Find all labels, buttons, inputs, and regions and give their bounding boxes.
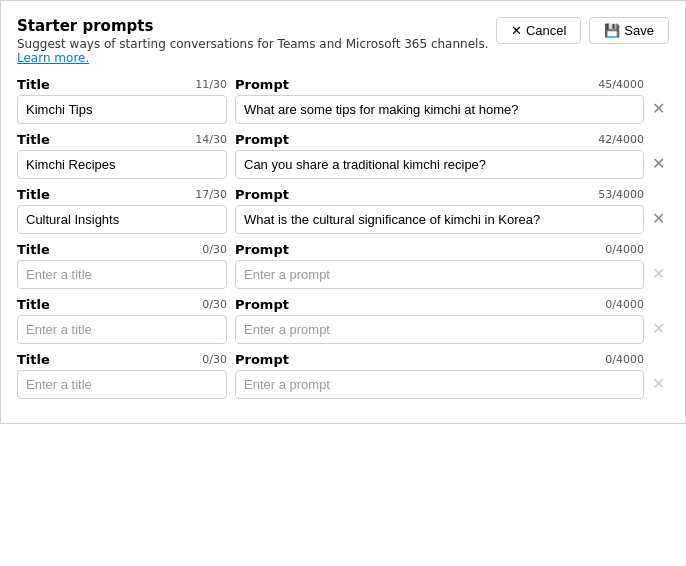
title-input-3[interactable]: [17, 205, 227, 234]
title-field-2: Title 14/30: [17, 132, 227, 179]
title-char-count-5: 0/30: [202, 298, 227, 311]
title-char-count-4: 0/30: [202, 243, 227, 256]
fields-group-2: Title 14/30 Prompt 42/4000: [17, 132, 644, 179]
cancel-icon: ✕: [511, 23, 522, 38]
header-actions: ✕ Cancel 💾 Save: [496, 17, 669, 44]
prompt-field-1: Prompt 45/4000: [235, 77, 644, 124]
prompt-label-5: Prompt: [235, 297, 289, 312]
cancel-button[interactable]: ✕ Cancel: [496, 17, 581, 44]
prompt-char-count-4: 0/4000: [605, 243, 644, 256]
title-label-6: Title: [17, 352, 50, 367]
title-label-2: Title: [17, 132, 50, 147]
prompt-input-1[interactable]: [235, 95, 644, 124]
title-input-2[interactable]: [17, 150, 227, 179]
rows-area: Title 11/30 Prompt 45/4000 ✕: [17, 77, 669, 399]
title-field-6: Title 0/30: [17, 352, 227, 399]
title-field-1: Title 11/30: [17, 77, 227, 124]
title-label-4: Title: [17, 242, 50, 257]
prompt-char-count-1: 45/4000: [598, 78, 644, 91]
title-field-3: Title 17/30: [17, 187, 227, 234]
title-label-5: Title: [17, 297, 50, 312]
panel-header: Starter prompts Suggest ways of starting…: [17, 17, 669, 65]
prompt-input-2[interactable]: [235, 150, 644, 179]
prompt-input-5[interactable]: [235, 315, 644, 344]
prompt-char-count-2: 42/4000: [598, 133, 644, 146]
save-button[interactable]: 💾 Save: [589, 17, 669, 44]
panel-description: Suggest ways of starting conversations f…: [17, 37, 496, 65]
prompt-label-3: Prompt: [235, 187, 289, 202]
prompt-label-4: Prompt: [235, 242, 289, 257]
table-row: Title 17/30 Prompt 53/4000 ✕: [17, 187, 669, 234]
delete-button-1[interactable]: ✕: [648, 99, 669, 119]
prompt-input-3[interactable]: [235, 205, 644, 234]
prompt-char-count-3: 53/4000: [598, 188, 644, 201]
fields-group-3: Title 17/30 Prompt 53/4000: [17, 187, 644, 234]
title-field-4: Title 0/30: [17, 242, 227, 289]
fields-group-6: Title 0/30 Prompt 0/4000: [17, 352, 644, 399]
prompt-label-1: Prompt: [235, 77, 289, 92]
fields-group-5: Title 0/30 Prompt 0/4000: [17, 297, 644, 344]
table-row: Title 0/30 Prompt 0/4000 ✕: [17, 242, 669, 289]
title-input-4[interactable]: [17, 260, 227, 289]
panel-title: Starter prompts: [17, 17, 496, 35]
fields-group-4: Title 0/30 Prompt 0/4000: [17, 242, 644, 289]
title-input-1[interactable]: [17, 95, 227, 124]
header-left: Starter prompts Suggest ways of starting…: [17, 17, 496, 65]
save-icon: 💾: [604, 23, 620, 38]
delete-button-6: ✕: [648, 374, 669, 394]
fields-group-1: Title 11/30 Prompt 45/4000: [17, 77, 644, 124]
prompt-char-count-6: 0/4000: [605, 353, 644, 366]
title-char-count-3: 17/30: [195, 188, 227, 201]
prompt-input-4[interactable]: [235, 260, 644, 289]
title-char-count-6: 0/30: [202, 353, 227, 366]
delete-button-3[interactable]: ✕: [648, 209, 669, 229]
prompt-label-6: Prompt: [235, 352, 289, 367]
table-row: Title 11/30 Prompt 45/4000 ✕: [17, 77, 669, 124]
delete-button-5: ✕: [648, 319, 669, 339]
table-row: Title 0/30 Prompt 0/4000 ✕: [17, 297, 669, 344]
starter-prompts-panel: Starter prompts Suggest ways of starting…: [0, 0, 686, 424]
prompt-field-5: Prompt 0/4000: [235, 297, 644, 344]
title-char-count-2: 14/30: [195, 133, 227, 146]
prompt-input-6[interactable]: [235, 370, 644, 399]
prompt-char-count-5: 0/4000: [605, 298, 644, 311]
prompt-field-2: Prompt 42/4000: [235, 132, 644, 179]
title-label-1: Title: [17, 77, 50, 92]
title-field-5: Title 0/30: [17, 297, 227, 344]
prompt-label-2: Prompt: [235, 132, 289, 147]
table-row: Title 0/30 Prompt 0/4000 ✕: [17, 352, 669, 399]
title-input-5[interactable]: [17, 315, 227, 344]
delete-button-2[interactable]: ✕: [648, 154, 669, 174]
title-input-6[interactable]: [17, 370, 227, 399]
prompt-field-6: Prompt 0/4000: [235, 352, 644, 399]
title-char-count-1: 11/30: [195, 78, 227, 91]
table-row: Title 14/30 Prompt 42/4000 ✕: [17, 132, 669, 179]
prompt-field-4: Prompt 0/4000: [235, 242, 644, 289]
title-label-3: Title: [17, 187, 50, 202]
prompt-field-3: Prompt 53/4000: [235, 187, 644, 234]
delete-button-4: ✕: [648, 264, 669, 284]
learn-more-link[interactable]: Learn more.: [17, 51, 89, 65]
